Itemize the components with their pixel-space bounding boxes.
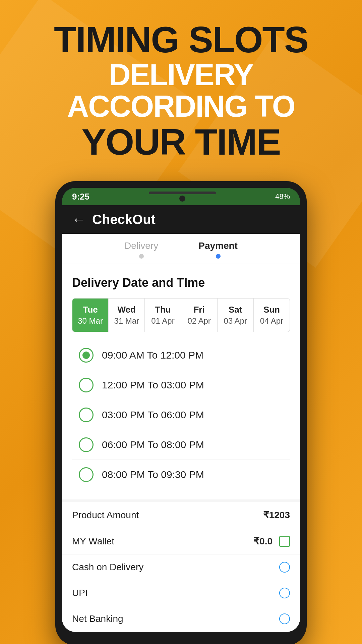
phone-mockup-container: 9:25 48% ← CheckOut Delivery Paymen	[0, 181, 362, 644]
date-num-2: 01 Apr	[148, 316, 177, 326]
date-item-4[interactable]: Sat 03 Apr	[218, 299, 254, 332]
date-num-1: 31 Mar	[112, 316, 141, 326]
payment-value-0: ₹1203	[263, 509, 290, 521]
payment-label-1: MY Wallet	[72, 536, 114, 547]
payment-row-0: Product Amount ₹1203	[62, 502, 300, 528]
status-time: 9:25	[72, 192, 89, 202]
step-payment[interactable]: Payment	[198, 240, 238, 264]
steps-bar: Delivery Payment	[62, 234, 300, 264]
time-label-3: 06:00 PM To 08:00 PM	[102, 439, 204, 450]
cod-radio[interactable]	[279, 562, 290, 573]
time-slot-4[interactable]: 08:00 PM To 09:30 PM	[72, 460, 290, 489]
step-delivery[interactable]: Delivery	[124, 240, 158, 264]
app-header: ← CheckOut	[62, 205, 300, 234]
wallet-checkbox[interactable]	[279, 536, 290, 547]
status-battery: 48%	[275, 192, 290, 201]
payment-section: Product Amount ₹1203 MY Wallet ₹0.0 Cash…	[62, 499, 300, 632]
radio-0	[79, 348, 94, 363]
header-line2: Delivery According to	[20, 59, 342, 122]
netbanking-radio[interactable]	[279, 613, 290, 624]
date-picker: Tue 30 Mar Wed 31 Mar Thu 01 Apr Fri 02 …	[72, 298, 290, 332]
step-payment-dot	[216, 254, 221, 259]
time-slot-1[interactable]: 12:00 PM To 03:00 PM	[72, 370, 290, 400]
date-item-5[interactable]: Sun 04 Apr	[254, 299, 290, 332]
delivery-card: Delivery Date and TIme Tue 30 Mar Wed 31…	[62, 264, 300, 499]
date-day-2: Thu	[148, 305, 177, 315]
payment-label-4: Net Banking	[72, 613, 123, 624]
date-day-5: Sun	[257, 305, 286, 315]
payment-label-2: Cash on Delivery	[72, 562, 143, 573]
date-item-0[interactable]: Tue 30 Mar	[72, 299, 109, 332]
payment-label-3: UPI	[72, 588, 88, 598]
step-delivery-dot	[139, 254, 144, 259]
payment-row-3[interactable]: UPI	[62, 580, 300, 606]
back-button[interactable]: ←	[72, 212, 85, 227]
date-item-2[interactable]: Thu 01 Apr	[145, 299, 181, 332]
status-center	[149, 192, 216, 202]
date-day-3: Fri	[185, 305, 214, 315]
time-slot-3[interactable]: 06:00 PM To 08:00 PM	[72, 430, 290, 460]
radio-inner-0	[82, 352, 90, 359]
payment-value-1: ₹0.0	[253, 536, 273, 547]
date-num-0: 30 Mar	[76, 316, 105, 326]
payment-row-2[interactable]: Cash on Delivery	[62, 554, 300, 580]
payment-row-4[interactable]: Net Banking	[62, 606, 300, 632]
time-slot-2[interactable]: 03:00 PM To 06:00 PM	[72, 400, 290, 430]
date-num-4: 03 Apr	[221, 316, 250, 326]
radio-2	[79, 408, 94, 422]
payment-row-1[interactable]: MY Wallet ₹0.0	[62, 528, 300, 554]
time-label-0: 09:00 AM To 12:00 PM	[102, 350, 203, 361]
radio-3	[79, 437, 94, 452]
step-payment-label: Payment	[198, 240, 238, 251]
date-item-3[interactable]: Fri 02 Apr	[181, 299, 218, 332]
upi-radio[interactable]	[279, 588, 290, 598]
date-day-4: Sat	[221, 305, 250, 315]
date-item-1[interactable]: Wed 31 Mar	[109, 299, 145, 332]
header-section: TIMING SLOTS Delivery According to YOUR …	[0, 0, 362, 174]
phone-screen: ← CheckOut Delivery Payment Delivery Dat…	[62, 205, 300, 632]
phone-mockup: 9:25 48% ← CheckOut Delivery Paymen	[55, 181, 307, 644]
app-title: CheckOut	[92, 212, 156, 227]
payment-label-0: Product Amount	[72, 510, 139, 521]
radio-1	[79, 378, 94, 392]
header-line3: YOUR TIME	[20, 122, 342, 161]
date-num-5: 04 Apr	[257, 316, 286, 326]
notch	[149, 192, 216, 194]
date-num-3: 02 Apr	[185, 316, 214, 326]
date-day-1: Wed	[112, 305, 141, 315]
time-label-2: 03:00 PM To 06:00 PM	[102, 409, 204, 421]
header-line1: TIMING SLOTS	[20, 20, 342, 59]
step-delivery-label: Delivery	[124, 240, 158, 251]
wallet-row-right: ₹0.0	[253, 536, 290, 547]
time-slot-0[interactable]: 09:00 AM To 12:00 PM	[72, 340, 290, 370]
delivery-card-title: Delivery Date and TIme	[72, 276, 290, 290]
camera	[179, 196, 185, 202]
time-label-1: 12:00 PM To 03:00 PM	[102, 379, 204, 391]
radio-4	[79, 467, 94, 482]
time-label-4: 08:00 PM To 09:30 PM	[102, 469, 204, 480]
status-bar: 9:25 48%	[62, 188, 300, 205]
date-day-0: Tue	[76, 305, 105, 315]
